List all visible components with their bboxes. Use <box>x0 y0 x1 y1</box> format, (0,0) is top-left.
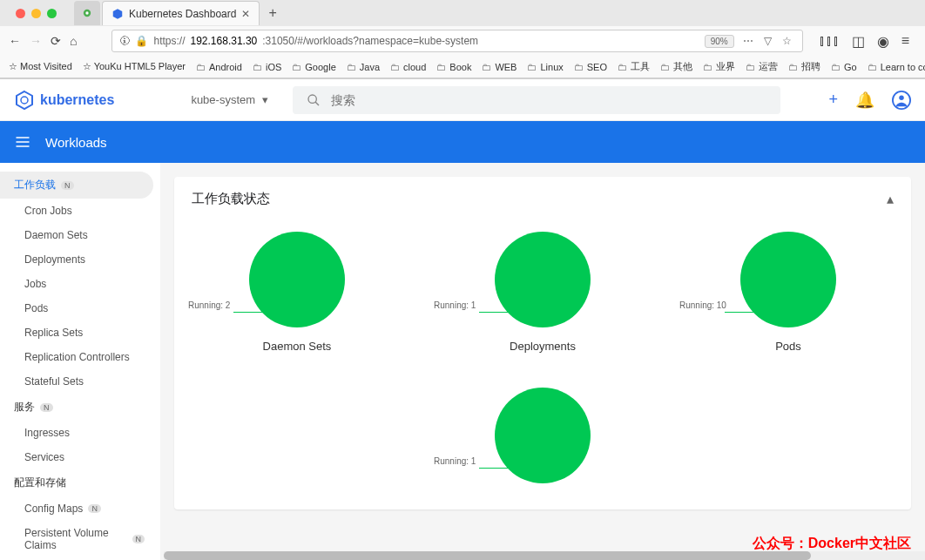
status-chart: Running: 2 Daemon Sets <box>201 232 393 353</box>
sidebar-item[interactable]: Replica Sets <box>0 320 160 345</box>
new-tab-button[interactable]: + <box>260 5 285 21</box>
menu-icon[interactable]: ≡ <box>901 33 909 49</box>
bookmark-star-icon[interactable]: ☆ <box>782 35 792 47</box>
sidebar-item[interactable]: Pods <box>0 296 160 320</box>
running-label: Running: 1 <box>434 456 495 466</box>
bookmark-item[interactable]: 🗀 Java <box>347 62 380 72</box>
bookmark-item[interactable]: 🗀 Google <box>292 62 335 72</box>
running-label: Running: 10 <box>679 300 740 310</box>
create-button[interactable]: + <box>828 91 838 109</box>
sidebar-item[interactable]: Ingresses <box>0 421 160 445</box>
donut-chart <box>740 232 836 327</box>
bookmark-item[interactable]: 🗀 Go <box>831 62 857 72</box>
bookmark-item[interactable]: 🗀 运营 <box>746 60 778 73</box>
bookmark-item[interactable]: 🗀 工具 <box>618 60 650 73</box>
watermark: 公众号：Docker中文社区 <box>753 535 911 553</box>
sidebar-item[interactable]: Cron Jobs <box>0 199 160 223</box>
bookmark-item[interactable]: 🗀 cloud <box>390 62 426 72</box>
bookmark-item[interactable]: ☆ YouKu HTML5 Player <box>83 61 186 72</box>
more-icon[interactable]: ⋯ <box>743 35 753 47</box>
bookmark-item[interactable]: ☆ Most Visited <box>9 61 72 72</box>
forward-button[interactable]: → <box>30 34 42 48</box>
sidebar-icon[interactable]: ◫ <box>852 33 865 50</box>
window-controls <box>7 9 65 18</box>
running-label: Running: 2 <box>188 300 249 310</box>
search-icon <box>307 93 321 107</box>
sidebar-item[interactable]: 服务N <box>0 394 160 421</box>
sidebar-item[interactable]: Deployments <box>0 247 160 272</box>
bookmark-item[interactable]: 🗀 Linux <box>527 62 563 72</box>
library-icon[interactable]: ⫿⫿⫿ <box>819 33 840 49</box>
app-header: kubernetes kube-system ▾ + 🔔 <box>0 79 925 121</box>
bookmark-bar: ☆ Most Visited☆ YouKu HTML5 Player🗀 Andr… <box>0 56 925 78</box>
back-button[interactable]: ← <box>9 34 21 48</box>
bookmark-item[interactable]: 🗀 其他 <box>660 60 692 73</box>
bookmark-item[interactable]: 🗀 业界 <box>703 60 735 73</box>
chart-name: Deployments <box>510 340 576 353</box>
account-icon[interactable] <box>892 91 911 110</box>
search-input[interactable] <box>331 93 766 107</box>
sidebar-item[interactable]: Config MapsN <box>0 496 160 521</box>
bookmark-item[interactable]: 🗀 SEO <box>574 62 607 72</box>
status-chart: Running: 1 Deployments <box>447 232 638 353</box>
home-button[interactable]: ⌂ <box>70 34 77 48</box>
sidebar-item[interactable]: Persistent Volume ClaimsN <box>0 521 160 557</box>
header-actions: + 🔔 <box>828 91 911 110</box>
bookmark-item[interactable]: 🗀 招聘 <box>788 60 820 73</box>
bookmark-item[interactable]: 🗀 Learn to code | Cod... <box>868 62 925 72</box>
sidebar-item[interactable]: 配置和存储 <box>0 469 160 496</box>
svg-point-8 <box>899 95 904 100</box>
lock-icon: 🔒 <box>135 35 148 47</box>
workload-status-card: 工作负载状态 ▴ Running: 2 Daemon Sets Running:… <box>174 177 911 509</box>
reader-icon[interactable]: ▽ <box>764 35 772 47</box>
sidebar-item[interactable]: Services <box>0 445 160 469</box>
zoom-badge[interactable]: 90% <box>705 35 734 48</box>
donut-chart <box>249 232 345 327</box>
nav-bar: ← → ⟳ ⌂ 🛈 🔒 https://192.168.31.30:31050/… <box>0 26 925 56</box>
reload-button[interactable]: ⟳ <box>51 34 61 48</box>
running-label: Running: 1 <box>434 300 495 310</box>
collapse-icon[interactable]: ▴ <box>887 191 894 207</box>
namespace-selector[interactable]: kube-system ▾ <box>180 88 279 111</box>
maximize-window-button[interactable] <box>47 9 57 18</box>
status-grid: Running: 2 Daemon Sets Running: 1 Deploy… <box>192 232 894 496</box>
extension-icon[interactable]: ◉ <box>877 33 889 50</box>
hamburger-menu-icon[interactable] <box>14 133 31 151</box>
tab-favicon <box>83 7 91 19</box>
sidebar-item[interactable]: 工作负载N <box>0 172 153 199</box>
card-header: 工作负载状态 ▴ <box>192 191 894 207</box>
url-bar-actions: ⋯ ▽ ☆ <box>739 35 795 47</box>
sidebar-item[interactable]: Jobs <box>0 272 160 296</box>
bookmark-item[interactable]: 🗀 Book <box>436 62 471 72</box>
namespace-value: kube-system <box>191 93 255 106</box>
chart-name: Daemon Sets <box>263 340 332 353</box>
kubernetes-logo-icon <box>14 90 35 111</box>
close-tab-icon[interactable]: ✕ <box>241 8 250 20</box>
sidebar: 工作负载NCron JobsDaemon SetsDeploymentsJobs… <box>0 163 160 560</box>
page-title: Workloads <box>45 135 107 150</box>
browser-tab-1[interactable]: Kubernetes Dashboard ✕ <box>102 1 260 25</box>
page-titlebar: Workloads <box>0 121 925 163</box>
sidebar-item[interactable]: Stateful Sets <box>0 369 160 394</box>
bookmark-item[interactable]: 🗀 iOS <box>253 62 281 72</box>
horizontal-scrollbar[interactable] <box>164 551 925 560</box>
bookmark-item[interactable]: 🗀 Android <box>196 62 242 72</box>
search-box[interactable] <box>293 86 780 114</box>
toolbar-right: ⫿⫿⫿ ◫ ◉ ≡ <box>812 33 916 50</box>
svg-point-1 <box>85 11 88 14</box>
item-badge: N <box>132 535 145 543</box>
svg-marker-2 <box>113 9 123 19</box>
close-window-button[interactable] <box>16 9 25 18</box>
tab-bar: Kubernetes Dashboard ✕ + <box>0 0 925 26</box>
bookmark-item[interactable]: 🗀 WEB <box>482 62 517 72</box>
item-badge: N <box>61 181 74 190</box>
minimize-window-button[interactable] <box>31 9 41 18</box>
sidebar-item[interactable]: Replication Controllers <box>0 345 160 369</box>
browser-tab-0[interactable] <box>74 1 100 25</box>
notifications-icon[interactable]: 🔔 <box>855 91 874 110</box>
address-bar[interactable]: 🛈 🔒 https://192.168.31.30:31050/#/worklo… <box>111 30 802 52</box>
status-chart: Running: 1 <box>447 388 638 496</box>
kubernetes-logo[interactable]: kubernetes <box>14 90 114 111</box>
donut-chart <box>495 388 591 483</box>
sidebar-item[interactable]: Daemon Sets <box>0 223 160 247</box>
